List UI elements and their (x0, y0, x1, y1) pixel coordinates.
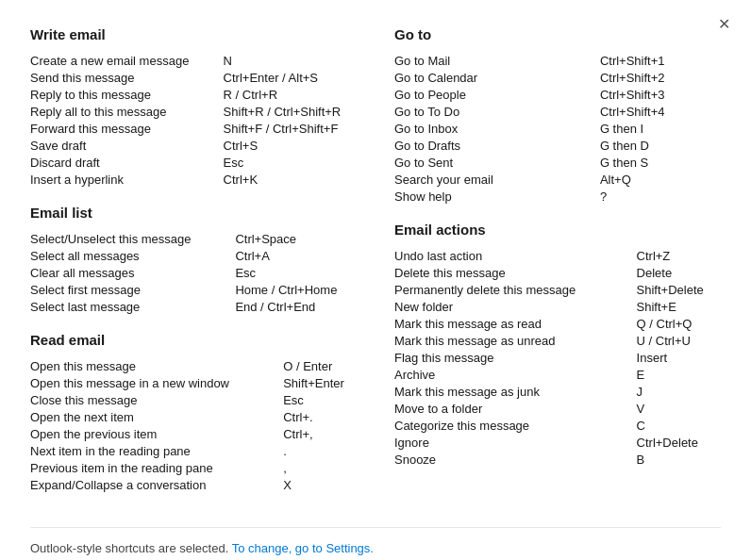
shortcut-key: Ctrl+Shift+2 (600, 69, 721, 86)
shortcut-key: Shift+Delete (637, 281, 721, 298)
shortcut-key: ? (600, 188, 721, 205)
table-row: Categorize this messageC (394, 417, 721, 434)
table-row: Create a new email messageN (30, 52, 357, 69)
table-row: Select last messageEnd / Ctrl+End (30, 298, 357, 315)
email-actions-title: Email actions (394, 222, 721, 238)
shortcut-key: Ctrl+Z (637, 247, 721, 264)
shortcut-key: Alt+Q (600, 171, 721, 188)
table-row: Open the next itemCtrl+. (30, 408, 357, 425)
shortcut-key: , (283, 459, 357, 476)
shortcut-label: Go to To Do (394, 103, 600, 120)
table-row: Open the previous itemCtrl+, (30, 425, 357, 442)
shortcut-key: X (283, 476, 357, 493)
table-row: Expand/Collapse a conversationX (30, 476, 357, 493)
shortcut-key: Home / Ctrl+Home (235, 281, 357, 298)
shortcut-key: G then S (600, 154, 721, 171)
table-row: Go to To DoCtrl+Shift+4 (394, 103, 721, 120)
table-row: Send this messageCtrl+Enter / Alt+S (30, 69, 357, 86)
shortcut-key: Ctrl+, (283, 425, 357, 442)
shortcut-label: New folder (394, 298, 637, 315)
table-row: Discard draftEsc (30, 154, 357, 171)
table-row: Mark this message as junkJ (394, 383, 721, 400)
write-email-title: Write email (30, 26, 357, 42)
shortcut-label: Clear all messages (30, 264, 235, 281)
shortcut-label: Show help (394, 188, 600, 205)
table-row: Go to CalendarCtrl+Shift+2 (394, 69, 721, 86)
shortcut-key: E (637, 366, 721, 383)
table-row: Go to DraftsG then D (394, 137, 721, 154)
shortcut-label: Archive (394, 366, 637, 383)
shortcut-label: Open this message in a new window (30, 374, 283, 391)
shortcut-label: Mark this message as read (394, 315, 637, 332)
shortcut-key: Ctrl+Shift+4 (600, 103, 721, 120)
shortcut-key: Esc (283, 391, 357, 408)
shortcut-key: V (637, 400, 721, 417)
shortcut-label: Delete this message (394, 264, 637, 281)
shortcut-label: Insert a hyperlink (30, 171, 224, 188)
shortcut-key: G then I (600, 120, 721, 137)
shortcut-label: Select all messages (30, 247, 235, 264)
table-row: IgnoreCtrl+Delete (394, 434, 721, 451)
settings-link[interactable]: To change, go to Settings. (232, 541, 374, 555)
shortcut-label: Undo last action (394, 247, 637, 264)
shortcut-key: Ctrl+Enter / Alt+S (224, 69, 357, 86)
table-row: Previous item in the reading pane, (30, 459, 357, 476)
shortcut-label: Go to Sent (394, 154, 600, 171)
shortcut-label: Go to Inbox (394, 120, 600, 137)
table-row: Next item in the reading pane. (30, 442, 357, 459)
table-row: Go to SentG then S (394, 154, 721, 171)
shortcut-key: Shift+R / Ctrl+Shift+R (224, 103, 357, 120)
shortcut-key: Esc (224, 154, 357, 171)
email-list-table: Select/Unselect this messageCtrl+SpaceSe… (30, 230, 357, 315)
read-email-section: Read email Open this messageO / EnterOpe… (30, 332, 357, 493)
table-row: Close this messageEsc (30, 391, 357, 408)
shortcut-label: Reply to this message (30, 86, 224, 103)
table-row: New folderShift+E (394, 298, 721, 315)
shortcut-key: U / Ctrl+U (637, 332, 721, 349)
table-row: Open this messageO / Enter (30, 357, 357, 374)
table-row: Go to PeopleCtrl+Shift+3 (394, 86, 721, 103)
shortcut-key: Esc (235, 264, 357, 281)
table-row: Move to a folderV (394, 400, 721, 417)
shortcut-key: Ctrl+Space (235, 230, 357, 247)
shortcut-label: Select last message (30, 298, 235, 315)
table-row: Go to MailCtrl+Shift+1 (394, 52, 721, 69)
content-grid: Write email Create a new email messageNS… (30, 26, 721, 510)
shortcut-key: . (283, 442, 357, 459)
shortcut-label: Search your email (394, 171, 600, 188)
shortcut-key: C (637, 417, 721, 434)
table-row: Flag this messageInsert (394, 349, 721, 366)
shortcut-key: Ctrl+S (224, 137, 357, 154)
read-email-title: Read email (30, 332, 357, 348)
shortcut-label: Go to Drafts (394, 137, 600, 154)
shortcut-label: Save draft (30, 137, 224, 154)
shortcut-key: Ctrl+. (283, 408, 357, 425)
email-list-section: Email list Select/Unselect this messageC… (30, 205, 357, 315)
shortcut-key: Ctrl+Delete (637, 434, 721, 451)
right-column: Go to Go to MailCtrl+Shift+1Go to Calend… (394, 26, 721, 510)
shortcut-label: Open this message (30, 357, 283, 374)
shortcuts-dialog: ✕ Write email Create a new email message… (0, 0, 751, 560)
read-email-table: Open this messageO / EnterOpen this mess… (30, 357, 357, 493)
shortcut-label: Mark this message as unread (394, 332, 637, 349)
shortcut-key: End / Ctrl+End (235, 298, 357, 315)
table-row: Reply all to this messageShift+R / Ctrl+… (30, 103, 357, 120)
shortcut-label: Expand/Collapse a conversation (30, 476, 283, 493)
table-row: Permanently delete this messageShift+Del… (394, 281, 721, 298)
close-button[interactable]: ✕ (714, 13, 734, 36)
shortcut-label: Discard draft (30, 154, 224, 171)
table-row: Search your emailAlt+Q (394, 171, 721, 188)
shortcut-label: Open the next item (30, 408, 283, 425)
shortcut-label: Forward this message (30, 120, 224, 137)
shortcut-key: Ctrl+Shift+1 (600, 52, 721, 69)
shortcut-label: Snooze (394, 451, 637, 468)
table-row: Select first messageHome / Ctrl+Home (30, 281, 357, 298)
shortcut-key: O / Enter (283, 357, 357, 374)
table-row: Mark this message as unreadU / Ctrl+U (394, 332, 721, 349)
shortcut-key: Insert (637, 349, 721, 366)
shortcut-label: Select/Unselect this message (30, 230, 235, 247)
go-to-section: Go to Go to MailCtrl+Shift+1Go to Calend… (394, 26, 721, 205)
table-row: Delete this messageDelete (394, 264, 721, 281)
shortcut-label: Go to People (394, 86, 600, 103)
table-row: Select/Unselect this messageCtrl+Space (30, 230, 357, 247)
